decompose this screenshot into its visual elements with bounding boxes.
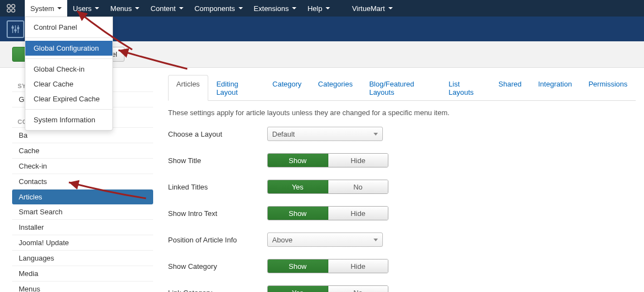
dropdown-clear-cache[interactable]: Clear Cache: [25, 77, 112, 91]
caret-down-icon: [57, 7, 62, 9]
field-link-category: Link Category YesNo: [168, 285, 636, 292]
menu-system-label: System: [30, 4, 54, 13]
field-label: Link Category: [168, 289, 267, 293]
sidebar-item-joomla-update[interactable]: Joomla! Update: [12, 235, 153, 251]
svg-point-0: [7, 4, 10, 8]
sidebar-item-contacts[interactable]: Contacts: [12, 174, 153, 190]
caret-down-icon: [135, 7, 139, 9]
menu-users[interactable]: Users: [67, 0, 105, 17]
field-label: Linked Titles: [168, 183, 267, 191]
sidebar-item-media[interactable]: Media: [12, 266, 153, 282]
caret-down-icon: [179, 7, 183, 9]
field-label: Show Category: [168, 262, 267, 271]
system-dropdown: Control Panel Global Configuration Globa…: [25, 17, 113, 131]
menu-content[interactable]: Content: [145, 0, 189, 17]
svg-point-1: [12, 4, 15, 8]
svg-point-3: [12, 9, 15, 12]
svg-point-7: [12, 26, 14, 28]
joomla-logo-icon[interactable]: [6, 3, 17, 14]
tab-list-layouts[interactable]: List Layouts: [440, 75, 490, 101]
field-label: Show Title: [168, 156, 267, 165]
chevron-down-icon: [374, 133, 378, 136]
sidebar-item-smart-search[interactable]: Smart Search: [12, 204, 153, 220]
content-panel: ArticlesEditing LayoutCategoryCategories…: [160, 68, 644, 292]
dropdown-divider: [25, 58, 112, 59]
sidebar-item-cache[interactable]: Cache: [12, 143, 153, 159]
menu-help[interactable]: Help: [302, 0, 335, 17]
tabs: ArticlesEditing LayoutCategoryCategories…: [168, 74, 636, 101]
show-intro-toggle[interactable]: ShowHide: [267, 206, 388, 220]
field-position-info: Position of Article Info Above: [168, 232, 636, 247]
field-label: Show Intro Text: [168, 209, 267, 218]
caret-down-icon: [239, 7, 243, 9]
settings-sliders-icon: [7, 20, 24, 38]
caret-down-icon: [292, 7, 296, 9]
dropdown-divider: [25, 109, 112, 110]
tab-integration[interactable]: Integration: [530, 75, 580, 101]
sidebar-item-menus[interactable]: Menus: [12, 282, 153, 292]
top-menubar: System Control Panel Global Configuratio…: [0, 0, 644, 17]
sidebar-item-installer[interactable]: Installer: [12, 220, 153, 235]
field-label: Choose a Layout: [168, 130, 267, 138]
menu-components[interactable]: Components: [189, 0, 248, 17]
field-choose-layout: Choose a Layout Default: [168, 127, 636, 141]
sidebar-item-articles[interactable]: Articles: [12, 190, 153, 204]
tab-editing-layout[interactable]: Editing Layout: [208, 75, 264, 101]
svg-point-9: [18, 27, 19, 29]
svg-point-2: [7, 9, 10, 12]
sidebar-item-languages[interactable]: Languages: [12, 251, 153, 266]
tab-category[interactable]: Category: [264, 75, 310, 101]
dropdown-system-information[interactable]: System Information: [25, 112, 112, 127]
dropdown-global-configuration[interactable]: Global Configuration: [25, 41, 112, 56]
position-select[interactable]: Above: [267, 232, 383, 247]
menu-virtuemart[interactable]: VirtueMart: [347, 0, 398, 17]
tab-blog-featured-layouts[interactable]: Blog/Featured Layouts: [361, 75, 440, 101]
dropdown-divider: [25, 37, 112, 38]
caret-down-icon: [326, 7, 330, 9]
field-label: Position of Article Info: [168, 236, 267, 244]
caret-down-icon: [388, 7, 393, 9]
tab-shared[interactable]: Shared: [490, 75, 530, 101]
show-title-toggle[interactable]: ShowHide: [267, 153, 388, 167]
link-category-toggle[interactable]: YesNo: [267, 285, 388, 292]
sidebar-item-check-in[interactable]: Check-in: [12, 159, 153, 174]
svg-point-8: [15, 29, 17, 31]
field-show-intro: Show Intro Text ShowHide: [168, 206, 636, 220]
tab-categories[interactable]: Categories: [310, 75, 361, 101]
field-show-category: Show Category ShowHide: [168, 259, 636, 273]
menu-system[interactable]: System Control Panel Global Configuratio…: [25, 0, 67, 17]
menu-extensions[interactable]: Extensions: [248, 0, 302, 17]
linked-titles-toggle[interactable]: YesNo: [267, 180, 388, 194]
layout-select[interactable]: Default: [267, 127, 383, 141]
field-linked-titles: Linked Titles YesNo: [168, 180, 636, 194]
dropdown-control-panel[interactable]: Control Panel: [25, 20, 112, 35]
caret-down-icon: [95, 7, 99, 9]
show-category-toggle[interactable]: ShowHide: [267, 259, 388, 273]
tab-permissions[interactable]: Permissions: [580, 75, 636, 101]
dropdown-clear-expired-cache[interactable]: Clear Expired Cache: [25, 91, 112, 106]
menu-menus[interactable]: Menus: [105, 0, 145, 17]
chevron-down-icon: [374, 239, 378, 241]
field-show-title: Show Title ShowHide: [168, 153, 636, 167]
dropdown-global-checkin[interactable]: Global Check-in: [25, 62, 112, 77]
description-text: These settings apply for article layouts…: [168, 109, 636, 117]
tab-articles[interactable]: Articles: [168, 75, 208, 101]
